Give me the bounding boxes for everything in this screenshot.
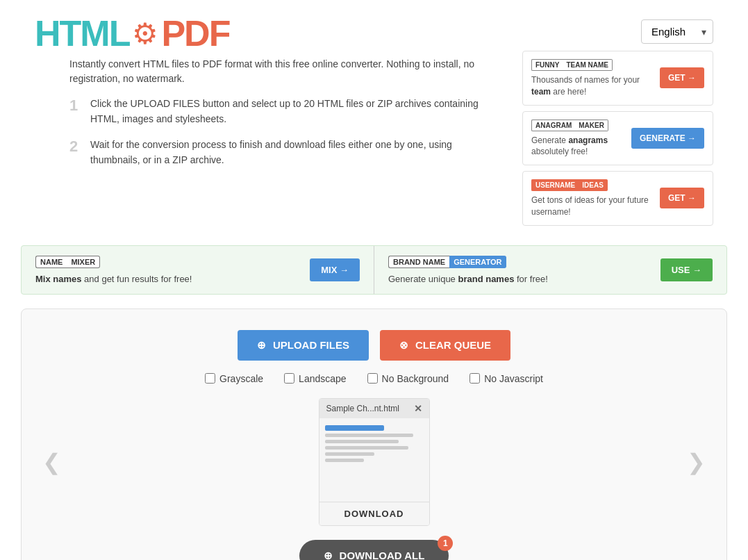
ad-username-content: USERNAME IDEAS Get tons of ideas for you… xyxy=(531,179,660,218)
download-all-button[interactable]: ⊕ DOWNLOAD ALL 1 xyxy=(299,540,449,560)
promo-bar: NAME MIXER Mix names and get fun results… xyxy=(21,245,727,295)
header: HTML ⚙ PDF Instantly convert HTML files … xyxy=(0,0,748,245)
logo-pdf: PDF xyxy=(161,13,229,54)
step-1-number: 1 xyxy=(69,97,90,115)
promo-name-text: Mix names and get fun results for free! xyxy=(35,274,192,284)
option-landscape[interactable]: Landscape xyxy=(284,373,347,384)
ad-team-content: FUNNY TEAM NAME Thousands of names for y… xyxy=(531,58,660,98)
preview-line-5 xyxy=(325,452,374,456)
carousel-right-arrow[interactable]: ❯ xyxy=(680,442,713,482)
ad-team-badge: FUNNY TEAM NAME xyxy=(531,59,613,71)
clear-btn-label: CLEAR QUEUE xyxy=(415,339,491,351)
converter-btn-row: ⊕ UPLOAD FILES ⊗ CLEAR QUEUE xyxy=(35,330,713,361)
ad-anagram: ANAGRAM MAKER Generate anagrams absolute… xyxy=(522,111,713,166)
grayscale-label: Grayscale xyxy=(219,373,263,384)
clear-queue-button[interactable]: ⊗ CLEAR QUEUE xyxy=(380,330,510,361)
no-background-checkbox[interactable] xyxy=(367,373,378,384)
ad-team-badge-left: FUNNY xyxy=(531,59,563,71)
ad-username-btn[interactable]: GET → xyxy=(660,188,704,208)
landscape-checkbox[interactable] xyxy=(284,373,294,384)
step-1-text: Click the UPLOAD FILES button and select… xyxy=(90,96,488,127)
no-background-label: No Background xyxy=(382,373,449,384)
carousel-left-arrow[interactable]: ❮ xyxy=(35,442,68,482)
ad-team-badge-right: TEAM NAME xyxy=(563,59,613,71)
upload-icon: ⊕ xyxy=(257,339,266,352)
file-header: Sample Ch...nt.html ✕ xyxy=(319,399,429,418)
ad-anagram-badge-left: ANAGRAM xyxy=(531,120,575,131)
file-carousel: ❮ Sample Ch...nt.html ✕ DOWNLOAD ❯ xyxy=(35,398,713,526)
no-javascript-label: No Javascript xyxy=(484,373,543,384)
language-selector-wrapper[interactable]: English Français Deutsch Español xyxy=(641,19,713,44)
promo-name-badge-left: NAME xyxy=(35,256,67,268)
ad-team-desc: Thousands of names for your team are her… xyxy=(531,74,660,98)
promo-brand-info: BRAND NAME GENERATOR Generate unique bra… xyxy=(388,256,548,284)
page-wrapper: HTML ⚙ PDF Instantly convert HTML files … xyxy=(0,0,748,560)
file-item: Sample Ch...nt.html ✕ DOWNLOAD xyxy=(319,398,430,526)
ad-username: USERNAME IDEAS Get tons of ideas for you… xyxy=(522,171,713,226)
ad-team-btn[interactable]: GET → xyxy=(660,67,704,88)
no-javascript-checkbox[interactable] xyxy=(469,373,480,384)
ad-username-badge-left: USERNAME xyxy=(531,179,579,191)
download-count-badge: 1 xyxy=(438,536,453,551)
preview-line-4 xyxy=(325,446,409,450)
file-name: Sample Ch...nt.html xyxy=(326,404,399,413)
file-close-button[interactable]: ✕ xyxy=(414,403,422,414)
promo-brand-generator: BRAND NAME GENERATOR Generate unique bra… xyxy=(374,246,726,294)
preview-line-1 xyxy=(325,425,384,431)
converter-options-row: Grayscale Landscape No Background No Jav… xyxy=(35,373,713,384)
option-no-javascript[interactable]: No Javascript xyxy=(469,373,543,384)
step-2-text: Wait for the conversion process to finis… xyxy=(90,137,488,168)
download-all-icon: ⊕ xyxy=(324,550,333,560)
option-grayscale[interactable]: Grayscale xyxy=(205,373,263,384)
language-select[interactable]: English Français Deutsch Español xyxy=(641,19,713,44)
left-column: HTML ⚙ PDF Instantly convert HTML files … xyxy=(35,13,522,238)
file-download-button[interactable]: DOWNLOAD xyxy=(319,502,429,525)
step-2: 2 Wait for the conversion process to fin… xyxy=(69,137,488,168)
logo-html: HTML xyxy=(35,13,129,54)
ad-username-badge-right: IDEAS xyxy=(579,179,608,191)
ad-username-desc: Get tons of ideas for your future userna… xyxy=(531,195,660,218)
download-all-label: DOWNLOAD ALL xyxy=(340,550,425,560)
ad-anagram-badge-right: MAKER xyxy=(575,120,608,131)
preview-line-6 xyxy=(325,459,365,462)
promo-name-mixer-info: NAME MIXER Mix names and get fun results… xyxy=(35,256,192,284)
converter-box: ⊕ UPLOAD FILES ⊗ CLEAR QUEUE Grayscale L… xyxy=(21,308,727,560)
ad-anagram-content: ANAGRAM MAKER Generate anagrams absolute… xyxy=(531,119,631,158)
step-2-number: 2 xyxy=(69,138,90,156)
ad-team-name: FUNNY TEAM NAME Thousands of names for y… xyxy=(522,51,713,106)
logo-gear-icon: ⚙ xyxy=(132,17,158,51)
promo-brand-btn[interactable]: USE → xyxy=(660,258,713,281)
ad-anagram-desc: Generate anagrams absolutely free! xyxy=(531,135,631,158)
promo-name-badge-right: MIXER xyxy=(67,256,100,268)
promo-brand-badge-right: GENERATOR xyxy=(449,256,506,268)
preview-line-2 xyxy=(325,434,414,437)
ads-column: English Français Deutsch Español FUNNY T… xyxy=(522,13,727,238)
steps-list: 1 Click the UPLOAD FILES button and sele… xyxy=(35,96,522,192)
promo-brand-badge-left: BRAND NAME xyxy=(388,256,449,268)
promo-brand-text: Generate unique brand names for free! xyxy=(388,274,548,284)
promo-name-btn[interactable]: MIX → xyxy=(310,258,360,281)
promo-name-mixer-badge: NAME MIXER xyxy=(35,256,192,268)
logo: HTML ⚙ PDF xyxy=(35,13,522,54)
preview-line-3 xyxy=(325,440,399,443)
ad-anagram-btn[interactable]: GENERATE → xyxy=(631,128,704,149)
promo-brand-badge: BRAND NAME GENERATOR xyxy=(388,256,548,268)
promo-name-mixer: NAME MIXER Mix names and get fun results… xyxy=(22,246,374,294)
ad-anagram-badge: ANAGRAM MAKER xyxy=(531,120,608,131)
landscape-label: Landscape xyxy=(299,373,347,384)
file-preview xyxy=(319,418,429,502)
option-no-background[interactable]: No Background xyxy=(367,373,449,384)
step-1: 1 Click the UPLOAD FILES button and sele… xyxy=(69,96,488,127)
ad-username-badge: USERNAME IDEAS xyxy=(531,179,608,191)
grayscale-checkbox[interactable] xyxy=(205,373,215,384)
upload-btn-label: UPLOAD FILES xyxy=(273,339,349,351)
upload-files-button[interactable]: ⊕ UPLOAD FILES xyxy=(238,330,369,361)
description-text: Instantly convert HTML files to PDF form… xyxy=(35,54,522,96)
download-all-row: ⊕ DOWNLOAD ALL 1 xyxy=(35,540,713,560)
clear-icon: ⊗ xyxy=(399,339,408,352)
